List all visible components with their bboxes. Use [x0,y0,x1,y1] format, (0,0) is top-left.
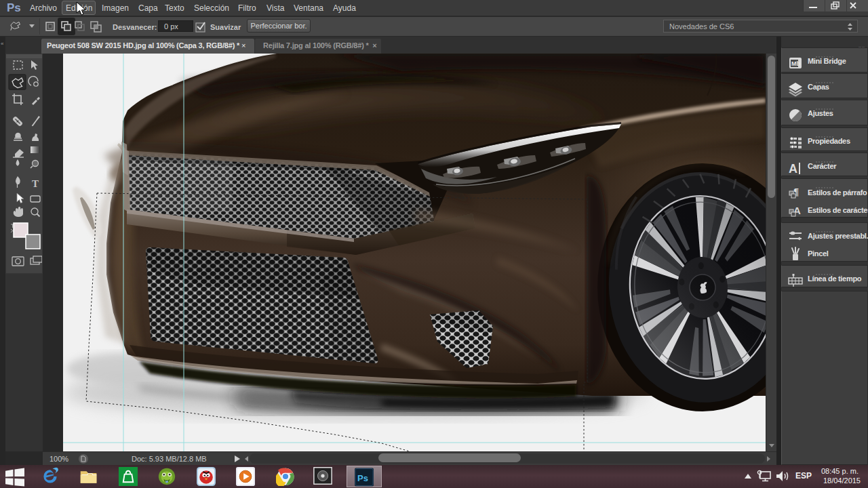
svg-text:Mb: Mb [791,60,800,67]
svg-text:A: A [789,162,797,176]
svg-text:Ps: Ps [357,473,368,483]
svg-text:T: T [32,178,39,189]
